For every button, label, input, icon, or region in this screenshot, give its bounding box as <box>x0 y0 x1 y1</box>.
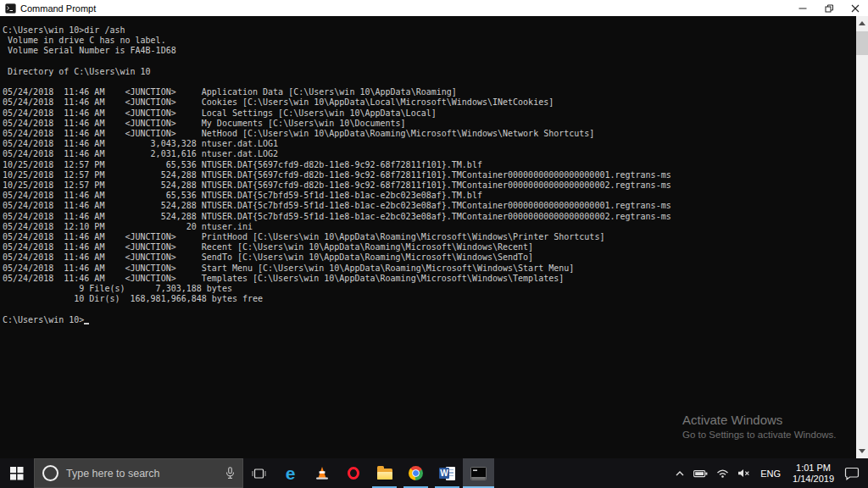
watermark-subtitle: Go to Settings to activate Windows. <box>682 430 837 440</box>
scroll-down-icon <box>859 449 865 453</box>
task-view-icon <box>252 468 266 480</box>
scroll-down-button[interactable] <box>856 444 868 458</box>
console-scrollbar[interactable] <box>856 16 868 458</box>
windows-logo-icon <box>10 467 24 480</box>
close-button[interactable] <box>842 0 868 16</box>
caption-buttons <box>789 0 868 16</box>
scroll-up-icon <box>859 21 865 25</box>
minimize-icon <box>798 4 807 13</box>
restore-button[interactable] <box>815 0 842 16</box>
scroll-up-button[interactable] <box>856 16 868 30</box>
taskbar-app-chrome[interactable] <box>400 458 431 488</box>
command-prompt-icon <box>5 3 16 14</box>
system-tray: ENG 1:01 PM 1/14/2019 <box>670 458 868 488</box>
window-title: Command Prompt <box>20 3 96 14</box>
close-icon <box>851 4 860 13</box>
taskbar: Type here to search e <box>0 458 868 488</box>
microphone-button[interactable] <box>225 467 235 480</box>
cortana-icon <box>42 465 58 481</box>
console-output[interactable]: C:\Users\win 10>dir /ash Volume in drive… <box>0 16 868 325</box>
console-window: C:\Users\win 10>dir /ash Volume in drive… <box>0 16 868 458</box>
task-view-button[interactable] <box>243 458 275 488</box>
search-placeholder: Type here to search <box>66 468 159 480</box>
wifi-icon <box>716 469 729 478</box>
taskbar-app-edge[interactable]: e <box>275 458 306 488</box>
clock-time: 1:01 PM <box>793 463 834 474</box>
taskbar-app-file-explorer[interactable] <box>369 458 400 488</box>
volume-muted-icon <box>737 469 750 478</box>
minimize-button[interactable] <box>789 0 815 16</box>
taskbar-search-input[interactable]: Type here to search <box>34 458 243 488</box>
watermark-title: Activate Windows <box>682 413 837 427</box>
battery-status-button[interactable] <box>689 458 712 488</box>
tray-chevron-button[interactable] <box>670 458 689 488</box>
word-letter: W <box>439 468 449 479</box>
command-prompt-taskbar-icon <box>470 467 487 480</box>
desktop-screen: Command Prompt C:\Users\win 10>dir /ash … <box>0 0 868 488</box>
console-cursor <box>84 323 89 324</box>
chrome-icon <box>409 466 423 480</box>
taskbar-app-command-prompt[interactable] <box>463 458 494 488</box>
battery-icon <box>693 469 708 478</box>
volume-button[interactable] <box>733 458 754 488</box>
taskbar-app-word[interactable]: W <box>431 458 463 488</box>
chevron-up-icon <box>675 470 685 477</box>
taskbar-app-vlc[interactable] <box>306 458 337 488</box>
network-status-button[interactable] <box>712 458 733 488</box>
vlc-icon <box>314 466 330 480</box>
clock-date: 1/14/2019 <box>793 474 834 485</box>
restore-icon <box>825 4 833 13</box>
clock[interactable]: 1:01 PM 1/14/2019 <box>787 458 840 488</box>
action-center-button[interactable] <box>840 458 865 488</box>
file-explorer-icon <box>377 469 392 480</box>
language-indicator[interactable]: ENG <box>754 458 787 488</box>
edge-icon: e <box>286 466 296 481</box>
microphone-icon <box>225 467 235 480</box>
taskbar-app-opera[interactable] <box>337 458 369 488</box>
scrollbar-thumb[interactable] <box>856 31 868 55</box>
start-button[interactable] <box>0 458 34 488</box>
opera-icon <box>348 467 359 480</box>
word-icon: W <box>439 467 455 480</box>
activate-windows-watermark: Activate Windows Go to Settings to activ… <box>682 413 837 440</box>
action-center-icon <box>844 467 860 480</box>
window-titlebar[interactable]: Command Prompt <box>0 0 868 16</box>
